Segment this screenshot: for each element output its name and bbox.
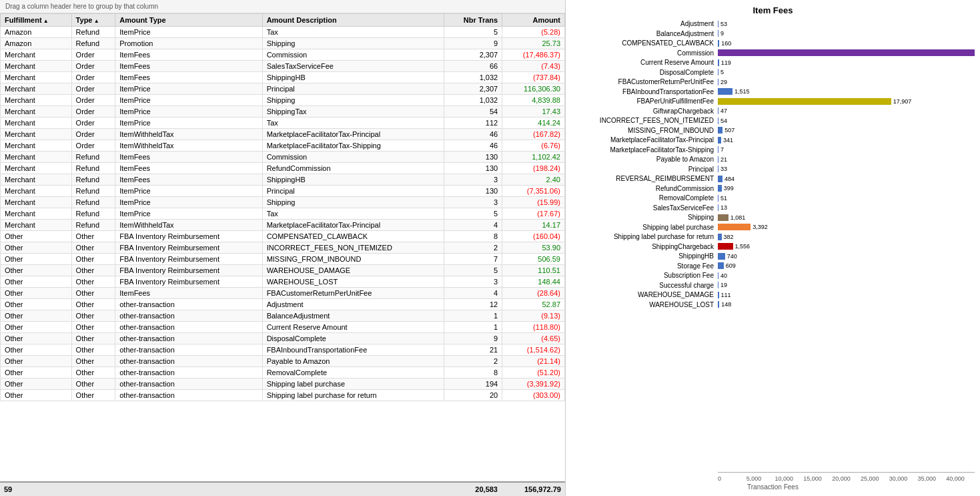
table-row[interactable]: Merchant Order ItemPrice Principal 2,307… [1, 83, 565, 95]
table-row[interactable]: Merchant Order ItemFees ShippingHB 1,032… [1, 72, 565, 83]
chart-bar [718, 40, 719, 47]
chart-bar-area: 1,081 [718, 214, 975, 221]
cell-amount: (15.99) [502, 197, 565, 208]
table-row[interactable]: Other Other FBA Inventory Reimbursement … [1, 242, 565, 254]
cell-fulfillment: Merchant [1, 61, 72, 72]
cell-amount: 148.44 [502, 276, 565, 288]
col-amount-type[interactable]: Amount Type [115, 14, 262, 27]
chart-value: 399 [724, 185, 734, 192]
chart-bar [718, 146, 718, 153]
chart-bar-row: MISSING_FROM_INBOUND 507 [571, 126, 975, 136]
chart-bar [718, 59, 719, 66]
table-row[interactable]: Other Other other-transaction Current Re… [1, 322, 565, 333]
x-axis-tick-label: 35,000 [917, 475, 946, 482]
chart-bar [718, 166, 718, 172]
table-container[interactable]: Fulfillment Type Amount Type Amount Desc… [0, 13, 565, 481]
x-axis-tick-label: 0 [718, 475, 747, 482]
col-amount-desc[interactable]: Amount Description [262, 14, 444, 27]
chart-bar-area: 35,247 [718, 49, 975, 56]
table-row[interactable]: Merchant Order ItemPrice Tax 112 414.24 [1, 117, 565, 129]
col-fulfillment[interactable]: Fulfillment [1, 14, 72, 27]
table-row[interactable]: Merchant Refund ItemWithheldTax Marketpl… [1, 220, 565, 231]
cell-type: Order [71, 140, 115, 152]
col-nbr-trans[interactable]: Nbr Trans [444, 14, 502, 27]
table-row[interactable]: Other Other other-transaction DisposalCo… [1, 333, 565, 344]
cell-amount-type: FBA Inventory Reimbursement [115, 231, 262, 242]
left-panel: Drag a column header here to group by th… [0, 0, 566, 496]
chart-bar-row: Principal 33 [571, 165, 975, 174]
cell-amount-desc: RefundCommission [262, 163, 444, 174]
chart-label: WAREHOUSE_DAMAGE [571, 291, 718, 298]
x-axis-labels: 05,00010,00015,00020,00025,00030,00035,0… [718, 475, 975, 482]
table-row[interactable]: Other Other other-transaction BalanceAdj… [1, 310, 565, 322]
chart-bar-area: 9 [718, 30, 975, 37]
table-row[interactable]: Merchant Order ItemWithheldTax Marketpla… [1, 140, 565, 152]
table-row[interactable]: Other Other FBA Inventory Reimbursement … [1, 276, 565, 288]
cell-nbr-trans: 5 [444, 208, 502, 220]
chart-bar [718, 156, 718, 163]
cell-fulfillment: Amazon [1, 27, 72, 38]
table-row[interactable]: Merchant Refund ItemFees ShippingHB 3 2.… [1, 174, 565, 186]
cell-amount-desc: Current Reserve Amount [262, 322, 444, 333]
table-row[interactable]: Other Other FBA Inventory Reimbursement … [1, 231, 565, 242]
cell-nbr-trans: 4 [444, 288, 502, 299]
chart-bar-area: 7 [718, 146, 975, 153]
cell-amount-desc: Shipping [262, 197, 444, 208]
table-row[interactable]: Other Other FBA Inventory Reimbursement … [1, 265, 565, 276]
table-row[interactable]: Merchant Refund ItemPrice Tax 5 (17.67) [1, 208, 565, 220]
chart-bar [718, 243, 733, 250]
chart-bar [718, 253, 725, 260]
chart-value: 33 [720, 166, 727, 172]
cell-nbr-trans: 194 [444, 379, 502, 390]
table-row[interactable]: Other Other FBA Inventory Reimbursement … [1, 254, 565, 265]
cell-fulfillment: Amazon [1, 38, 72, 49]
cell-amount-type: other-transaction [115, 322, 262, 333]
table-row[interactable]: Other Other other-transaction FBAInbound… [1, 344, 565, 356]
table-row[interactable]: Other Other ItemFees FBACustomerReturnPe… [1, 288, 565, 299]
chart-label: Shipping [571, 214, 718, 221]
table-row[interactable]: Merchant Order ItemWithheldTax Marketpla… [1, 129, 565, 140]
chart-bar-area: 382 [718, 234, 975, 240]
chart-value: 17,907 [893, 98, 912, 105]
cell-amount: (737.84) [502, 72, 565, 83]
cell-type: Other [71, 333, 115, 344]
table-row[interactable]: Other Other other-transaction Shipping l… [1, 379, 565, 390]
table-footer: 59 20,583 156,972.79 [0, 481, 565, 496]
table-row[interactable]: Merchant Order ItemPrice Shipping 1,032 … [1, 95, 565, 106]
table-row[interactable]: Merchant Order ItemFees Commission 2,307… [1, 49, 565, 61]
table-row[interactable]: Merchant Refund ItemFees Commission 130 … [1, 152, 565, 163]
x-axis-tick-label: 25,000 [861, 475, 889, 482]
table-row[interactable]: Amazon Refund ItemPrice Tax 5 (5.28) [1, 27, 565, 38]
table-row[interactable]: Merchant Order ItemPrice ShippingTax 54 … [1, 106, 565, 117]
cell-amount-desc: Shipping label purchase for return [262, 390, 444, 401]
table-row[interactable]: Merchant Refund ItemPrice Principal 130 … [1, 186, 565, 197]
table-row[interactable]: Other Other other-transaction Adjustment… [1, 299, 565, 310]
cell-amount: (3,391.92) [502, 379, 565, 390]
cell-nbr-trans: 2 [444, 242, 502, 254]
cell-type: Refund [71, 174, 115, 186]
cell-type: Other [71, 288, 115, 299]
cell-nbr-trans: 21 [444, 344, 502, 356]
table-row[interactable]: Merchant Refund ItemFees RefundCommissio… [1, 163, 565, 174]
cell-amount-desc: Principal [262, 83, 444, 95]
table-row[interactable]: Merchant Refund ItemPrice Shipping 3 (15… [1, 197, 565, 208]
table-row[interactable]: Other Other other-transaction Shipping l… [1, 390, 565, 401]
chart-value: 148 [721, 301, 731, 308]
cell-nbr-trans: 4 [444, 220, 502, 231]
chart-bar [718, 234, 722, 240]
cell-nbr-trans: 8 [444, 231, 502, 242]
table-row[interactable]: Amazon Refund Promotion Shipping 9 25.73 [1, 38, 565, 49]
chart-bar-area: 54 [718, 117, 975, 124]
col-type[interactable]: Type [71, 14, 115, 27]
cell-amount-type: ItemWithheldTax [115, 129, 262, 140]
table-row[interactable]: Other Other other-transaction RemovalCom… [1, 367, 565, 379]
chart-bar [718, 272, 718, 279]
table-row[interactable]: Merchant Order ItemFees SalesTaxServiceF… [1, 61, 565, 72]
col-amount[interactable]: Amount [502, 14, 565, 27]
chart-bar-row: FBAPerUnitFulfillmentFee 17,907 [571, 97, 975, 106]
chart-bar [718, 185, 722, 192]
cell-fulfillment: Other [1, 379, 72, 390]
chart-label: Subscription Fee [571, 272, 718, 279]
cell-fulfillment: Other [1, 344, 72, 356]
table-row[interactable]: Other Other other-transaction Payable to… [1, 356, 565, 367]
